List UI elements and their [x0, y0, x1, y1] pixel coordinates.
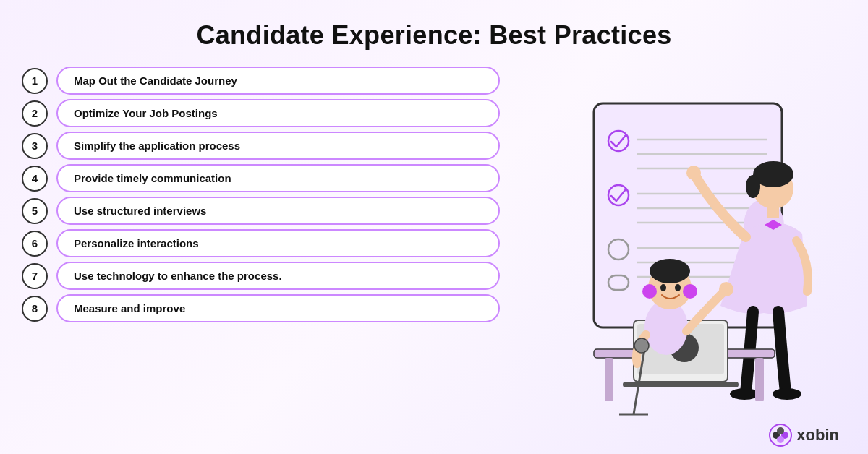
svg-point-21	[773, 388, 801, 400]
item-number: 2	[22, 100, 48, 127]
svg-point-36	[719, 282, 733, 296]
svg-point-38	[634, 338, 649, 353]
xobin-logo-icon	[769, 424, 792, 447]
svg-point-43	[777, 427, 784, 434]
list-item: 5Use structured interviews	[22, 197, 500, 225]
item-number: 8	[22, 296, 48, 322]
item-label: Use technology to enhance the process.	[56, 262, 500, 290]
svg-rect-23	[605, 358, 613, 401]
logo-container: xobin	[769, 424, 839, 447]
svg-point-31	[650, 259, 690, 283]
main-content: 1Map Out the Candidate Journey2Optimize …	[0, 64, 868, 454]
item-number: 7	[22, 263, 48, 289]
page-header: Candidate Experience: Best Practices	[0, 0, 868, 64]
hero-illustration	[522, 82, 825, 436]
svg-point-17	[746, 175, 760, 198]
item-label: Use structured interviews	[56, 197, 500, 225]
svg-point-34	[660, 284, 666, 291]
item-number: 1	[22, 68, 48, 94]
item-number: 3	[22, 133, 48, 159]
item-label: Measure and improve	[56, 294, 500, 322]
svg-point-20	[730, 388, 759, 400]
item-label: Simplify the application process	[56, 132, 500, 160]
list-item: 6Personalize interactions	[22, 229, 500, 257]
item-label: Map Out the Candidate Journey	[56, 67, 500, 95]
item-label: Personalize interactions	[56, 229, 500, 257]
svg-point-44	[777, 436, 784, 443]
svg-point-19	[686, 166, 701, 180]
item-number: 4	[22, 166, 48, 192]
item-label: Provide timely communication	[56, 164, 500, 192]
item-number: 6	[22, 231, 48, 257]
item-number: 5	[22, 198, 48, 224]
list-item: 4Provide timely communication	[22, 164, 500, 192]
list-item: 7Use technology to enhance the process.	[22, 262, 500, 290]
svg-point-35	[675, 284, 681, 291]
illustration-panel: xobin	[500, 64, 846, 454]
list-item: 2Optimize Your Job Postings	[22, 99, 500, 127]
svg-point-32	[642, 284, 657, 299]
list-item: 3Simplify the application process	[22, 132, 500, 160]
svg-rect-28	[623, 382, 739, 387]
svg-rect-24	[755, 358, 764, 401]
list-item: 8Measure and improve	[22, 294, 500, 322]
item-label: Optimize Your Job Postings	[56, 99, 500, 127]
logo-text: xobin	[796, 426, 839, 445]
list-item: 1Map Out the Candidate Journey	[22, 67, 500, 95]
list-panel: 1Map Out the Candidate Journey2Optimize …	[22, 64, 500, 454]
svg-point-33	[683, 284, 697, 299]
svg-rect-18	[767, 207, 779, 218]
page-title: Candidate Experience: Best Practices	[0, 20, 868, 51]
